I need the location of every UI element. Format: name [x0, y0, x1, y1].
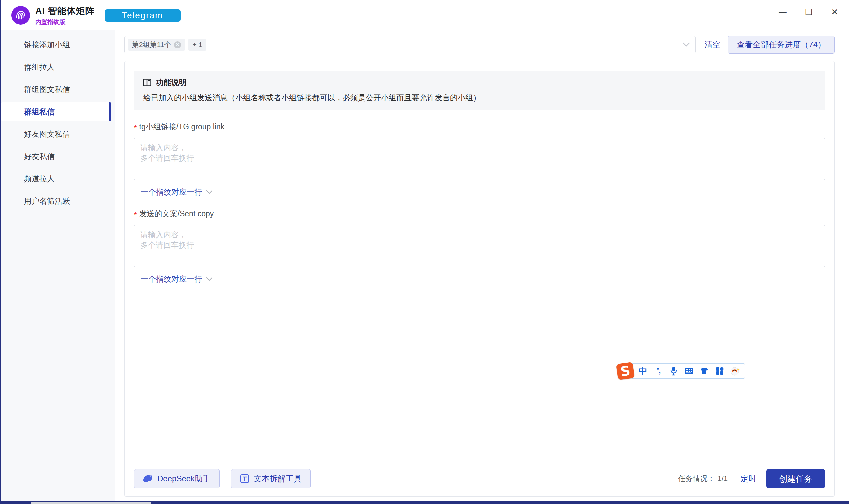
schedule-link[interactable]: 定时	[740, 473, 756, 484]
punctuation-icon[interactable]: °,	[653, 366, 663, 376]
task-toolbar: 第2组第11个 ✕ + 1 清空 查看全部任务进度（74）	[124, 36, 835, 53]
close-button[interactable]: ✕	[825, 4, 844, 20]
clear-selection-link[interactable]: 清空	[704, 39, 720, 50]
task-status-value: 1/1	[717, 474, 728, 483]
emoji-icon[interactable]	[730, 366, 740, 376]
sidebar-item-friend-media-dm[interactable]: 好友图文私信	[1, 123, 115, 145]
whale-icon	[143, 475, 153, 483]
minimize-button[interactable]: —	[773, 4, 792, 20]
keyboard-icon[interactable]	[684, 366, 694, 376]
footer-right: 任务情况：1/1 定时 创建任务	[678, 469, 825, 488]
app-title-block: AI 智能体矩阵 内置指纹版	[35, 5, 95, 26]
text-split-tool-button[interactable]: 文本拆解工具	[231, 469, 311, 488]
maximize-button[interactable]: ☐	[799, 4, 818, 20]
sidebar-item-link-add-group[interactable]: 链接添加小组	[1, 34, 115, 56]
notice-title: 功能说明	[156, 77, 187, 88]
chevron-down-icon	[206, 190, 213, 194]
required-asterisk: *	[134, 124, 137, 132]
feature-notice: 功能说明 给已加入的小组发送消息（小组名称或者小组链接都可以，必须是公开小组而且…	[134, 71, 825, 110]
sidebar-item-group-dm[interactable]: 群组私信	[1, 102, 111, 121]
field-label-group-link: * tg小组链接/TG group link	[134, 122, 825, 132]
chinese-mode-icon[interactable]: 中	[638, 366, 648, 376]
sidebar-item-username-filter[interactable]: 用户名筛活跃	[1, 190, 115, 212]
selected-group-tag: 第2组第11个 ✕	[128, 39, 185, 51]
overflow-count-tag: + 1	[188, 39, 206, 51]
sogou-ime-toolbar: S 中 °,	[617, 363, 745, 379]
required-asterisk: *	[134, 211, 137, 219]
window-controls: — ☐ ✕	[773, 0, 844, 24]
sogou-logo-icon[interactable]: S	[616, 362, 635, 380]
toolbox-icon[interactable]	[715, 366, 725, 376]
deepseek-assistant-button[interactable]: DeepSeek助手	[134, 469, 220, 488]
sidebar-item-channel-invite[interactable]: 频道拉人	[1, 168, 115, 190]
main-panel: 第2组第11个 ✕ + 1 清空 查看全部任务进度（74）	[115, 30, 849, 501]
fingerprint-group-select[interactable]: 第2组第11个 ✕ + 1	[124, 36, 696, 53]
fingerprint-per-line-toggle-1[interactable]: 一个指纹对应一行	[141, 187, 213, 197]
platform-tab-telegram[interactable]: Telegram	[105, 9, 181, 22]
sidebar: 链接添加小组 群组拉人 群组图文私信 群组私信 好友图文私信 好友私信 频道拉人…	[1, 30, 115, 501]
form-footer: DeepSeek助手 文本拆解工具 任务情况：1/1 定时 创建任务	[134, 469, 825, 488]
sidebar-item-friend-dm[interactable]: 好友私信	[1, 145, 115, 168]
task-status: 任务情况：1/1	[678, 474, 728, 484]
microphone-icon[interactable]	[669, 366, 679, 376]
ime-strip: 中 °,	[631, 363, 745, 379]
sidebar-item-group-invite[interactable]: 群组拉人	[1, 56, 115, 78]
notice-body: 给已加入的小组发送消息（小组名称或者小组链接都可以，必须是公开小组而且要允许发言…	[143, 93, 816, 103]
sent-copy-textarea[interactable]	[134, 225, 825, 267]
selected-group-tag-label: 第2组第11个	[132, 40, 171, 49]
chevron-down-icon	[683, 42, 690, 48]
field-label-sent-copy: * 发送的文案/Sent copy	[134, 209, 825, 219]
window-bottom-edge	[0, 501, 849, 504]
sidebar-item-group-media-dm[interactable]: 群组图文私信	[1, 78, 115, 101]
fingerprint-icon	[15, 9, 27, 21]
fingerprint-per-line-toggle-2[interactable]: 一个指纹对应一行	[141, 274, 213, 284]
tag-close-icon[interactable]: ✕	[174, 41, 181, 48]
chevron-down-icon	[206, 277, 213, 281]
app-logo	[11, 6, 30, 25]
create-task-button[interactable]: 创建任务	[766, 469, 825, 488]
text-tool-icon	[240, 474, 249, 483]
app-title: AI 智能体矩阵	[35, 5, 95, 17]
group-link-textarea[interactable]	[134, 138, 825, 180]
skin-icon[interactable]	[699, 366, 709, 376]
view-all-tasks-button[interactable]: 查看全部任务进度（74）	[728, 36, 835, 54]
panel-layout-icon	[143, 78, 152, 87]
taskbar-sliver	[31, 502, 151, 504]
titlebar: AI 智能体矩阵 内置指纹版 Telegram — ☐ ✕	[1, 0, 849, 30]
task-form-card: 功能说明 给已加入的小组发送消息（小组名称或者小组链接都可以，必须是公开小组而且…	[124, 61, 835, 497]
app-subtitle: 内置指纹版	[35, 18, 95, 26]
app-window: AI 智能体矩阵 内置指纹版 Telegram — ☐ ✕ 链接添加小组 群组拉…	[0, 0, 849, 504]
